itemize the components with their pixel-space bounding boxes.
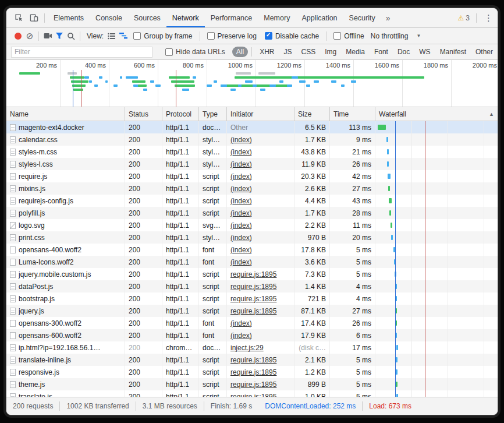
tab-memory[interactable]: Memory — [258, 8, 296, 27]
table-row[interactable]: Luma-Icons.woff2200http/1.1font(index)3.… — [6, 256, 498, 268]
tab-application[interactable]: Application — [296, 8, 343, 27]
initiator-link[interactable]: require.js:1895 — [230, 295, 276, 303]
initiator-link[interactable]: (index) — [230, 197, 252, 205]
table-row[interactable]: opensans-600.woff2200http/1.1font(index)… — [6, 329, 498, 341]
initiator-link[interactable]: (index) — [230, 246, 252, 254]
initiator-link[interactable]: (index) — [230, 258, 252, 266]
record-button[interactable] — [12, 30, 24, 42]
table-row[interactable]: styles-m.css200http/1.1styl…(index)43.8 … — [6, 146, 498, 158]
initiator-link[interactable]: (index) — [230, 234, 252, 242]
tab-elements[interactable]: Elements — [48, 8, 90, 27]
tab-sources[interactable]: Sources — [128, 8, 166, 27]
initiator-link[interactable]: (index) — [230, 319, 252, 327]
initiator-link[interactable]: require.js:1895 — [230, 356, 276, 364]
column-header-initiator[interactable]: Initiator — [227, 107, 294, 121]
tab-performance[interactable]: Performance — [205, 8, 258, 27]
table-row[interactable]: opensans-400.woff2200http/1.1font(index)… — [6, 244, 498, 256]
initiator-link[interactable]: require.js:1895 — [230, 307, 276, 315]
initiator-link[interactable]: (index) — [230, 209, 252, 217]
filter-pill-media[interactable]: Media — [342, 47, 369, 57]
cell-protocol: http/1.1 — [162, 207, 199, 219]
filter-pill-ws[interactable]: WS — [415, 47, 434, 57]
filter-pill-xhr[interactable]: XHR — [255, 47, 278, 57]
initiator-link[interactable]: (index) — [230, 160, 252, 168]
inspect-element-icon[interactable] — [11, 11, 26, 25]
table-row[interactable]: translate-inline.js200http/1.1scriptrequ… — [6, 354, 498, 366]
device-toolbar-icon[interactable] — [26, 11, 41, 25]
column-header-name[interactable]: Name — [6, 107, 125, 121]
filter-pill-font[interactable]: Font — [370, 47, 392, 57]
cell-name: opensans-400.woff2 — [6, 244, 125, 256]
column-header-label: Protocol — [166, 110, 191, 118]
group-by-frame-checkbox[interactable]: Group by frame — [133, 32, 192, 40]
sort-ascending-icon[interactable]: ▲ — [489, 111, 494, 117]
table-row[interactable]: styles-l.css200http/1.1styl…(index)11.9 … — [6, 158, 498, 170]
filter-pill-all[interactable]: All — [232, 47, 248, 57]
initiator-link[interactable]: (index) — [230, 172, 252, 181]
table-row[interactable]: theme.js200http/1.1scriptrequire.js:1895… — [6, 378, 498, 390]
column-header-protocol[interactable]: Protocol — [162, 107, 199, 121]
table-row[interactable]: magento-ext4.docker200http/1.1doc…Other6… — [6, 121, 498, 133]
initiator-link[interactable]: require.js:1895 — [230, 393, 276, 397]
table-row[interactable]: opensans-300.woff2200http/1.1font(index)… — [6, 317, 498, 329]
more-tabs-chevron[interactable]: » — [381, 13, 395, 23]
filter-input[interactable] — [11, 47, 152, 58]
offline-checkbox[interactable]: Offline — [333, 32, 364, 40]
column-header-type[interactable]: Type — [199, 107, 227, 121]
issues-badge[interactable]: ⚠ 3 — [455, 14, 473, 22]
filter-pill-other[interactable]: Other — [471, 47, 497, 57]
tab-console[interactable]: Console — [90, 8, 128, 27]
table-row[interactable]: calendar.css200http/1.1styl…(index)1.7 K… — [6, 133, 498, 146]
filter-pill-manifest[interactable]: Manifest — [436, 47, 470, 57]
initiator-link[interactable]: require.js:1895 — [230, 380, 276, 389]
filter-button[interactable] — [54, 30, 65, 42]
initiator-link[interactable]: (index) — [230, 221, 252, 230]
table-row[interactable]: jquery.mobile.custom.js200http/1.1script… — [6, 268, 498, 280]
table-row[interactable]: jquery.js200http/1.1scriptrequire.js:189… — [6, 305, 498, 317]
table-row[interactable]: bootstrap.js200http/1.1scriptrequire.js:… — [6, 292, 498, 305]
cell-name: styles-l.css — [6, 158, 125, 170]
initiator-link[interactable]: (index) — [230, 136, 252, 144]
table-row[interactable]: dataPost.js200http/1.1scriptrequire.js:1… — [6, 280, 498, 292]
column-header-waterfall[interactable]: Waterfall▲ — [375, 107, 498, 121]
table-row[interactable]: ip.html?ip=192.168.56.1…200chrom…doc…inj… — [6, 341, 498, 354]
table-row[interactable]: logo.svg200http/1.1svg…(index)2.2 KB11 m… — [6, 219, 498, 231]
tab-security[interactable]: Security — [343, 8, 381, 27]
disable-cache-checkbox[interactable]: Disable cache — [265, 32, 319, 40]
column-header-status[interactable]: Status — [125, 107, 162, 121]
filter-pill-img[interactable]: Img — [321, 47, 340, 57]
initiator-link[interactable]: (index) — [230, 332, 252, 340]
initiator-link[interactable]: inject.js:29 — [230, 344, 264, 352]
table-row[interactable]: translate.js200http/1.1scriptrequire.js:… — [6, 390, 498, 397]
filter-pill-doc[interactable]: Doc — [393, 47, 414, 57]
column-header-time[interactable]: Time — [330, 107, 375, 121]
overview-request-bar — [306, 84, 310, 87]
network-overview[interactable]: 200 ms400 ms600 ms800 ms1000 ms1200 ms14… — [6, 60, 498, 107]
list-view-button[interactable] — [106, 30, 118, 42]
filter-pill-js[interactable]: JS — [280, 47, 296, 57]
throttling-dropdown[interactable]: No throttling ▼ — [371, 32, 421, 40]
preserve-log-checkbox[interactable]: Preserve log — [207, 32, 257, 40]
hide-data-urls-checkbox[interactable]: Hide data URLs — [165, 48, 225, 56]
tab-network[interactable]: Network — [166, 8, 205, 27]
clear-button[interactable]: ⊘ — [24, 30, 36, 42]
initiator-link[interactable]: require.js:1895 — [230, 270, 276, 279]
initiator-link[interactable]: (index) — [230, 148, 252, 156]
filter-pill-css[interactable]: CSS — [297, 47, 320, 57]
table-row[interactable]: require.js200http/1.1script(index)20.3 K… — [6, 170, 498, 182]
waterfall-view-button[interactable] — [118, 30, 129, 42]
search-button[interactable] — [65, 30, 77, 42]
column-header-size[interactable]: Size — [294, 107, 330, 121]
table-row[interactable]: responsive.js200http/1.1scriptrequire.js… — [6, 366, 498, 378]
table-row[interactable]: mixins.js200http/1.1script(index)2.6 KB2… — [6, 182, 498, 195]
table-row[interactable]: requirejs-config.js200http/1.1script(ind… — [6, 195, 498, 207]
devtools-menu-icon[interactable]: ⋮ — [480, 13, 498, 23]
initiator-link[interactable]: require.js:1895 — [230, 368, 276, 376]
table-row[interactable]: polyfill.js200http/1.1script(index)1.7 K… — [6, 207, 498, 219]
request-name: requirejs-config.js — [19, 197, 73, 205]
initiator-link[interactable]: require.js:1895 — [230, 283, 276, 291]
screenshot-button[interactable] — [42, 30, 54, 42]
initiator-link[interactable]: (index) — [230, 185, 252, 193]
cell-initiator: (index) — [227, 207, 294, 219]
table-row[interactable]: print.css200http/1.1styl…(index)970 B20 … — [6, 231, 498, 244]
